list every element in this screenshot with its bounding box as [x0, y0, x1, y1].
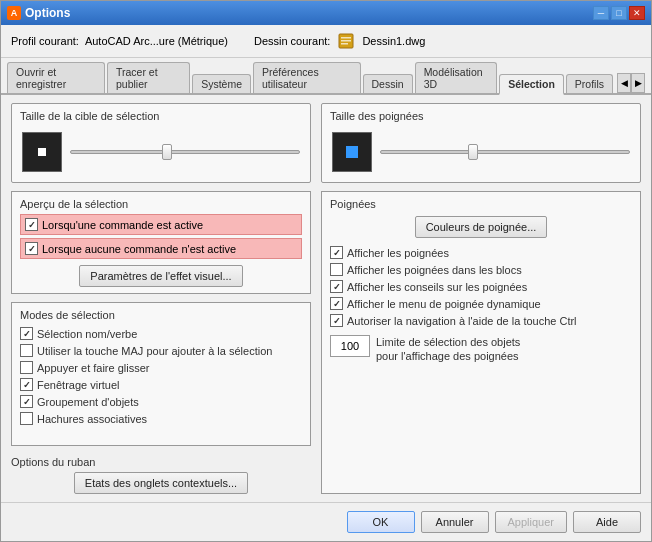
poignee-item-1: Afficher les poignées dans les blocs — [330, 261, 632, 278]
mode-item-0: Sélection nom/verbe — [20, 325, 302, 342]
poignees-slider-row — [330, 128, 632, 176]
right-panel: Taille des poignées Poignées Couleurs de… — [321, 103, 641, 494]
app-icon: A — [7, 6, 21, 20]
main-window: A Options ─ □ ✕ Profil courant: AutoCAD … — [0, 0, 652, 542]
close-button[interactable]: ✕ — [629, 6, 645, 20]
svg-rect-2 — [341, 40, 351, 42]
svg-rect-3 — [341, 43, 348, 45]
taille-slider-thumb[interactable] — [162, 144, 172, 160]
window-title: Options — [25, 6, 70, 20]
mode-checkbox-1[interactable] — [20, 344, 33, 357]
minimize-button[interactable]: ─ — [593, 6, 609, 20]
limit-input[interactable] — [330, 335, 370, 357]
poignee-checkbox-4[interactable] — [330, 314, 343, 327]
poignee-item-4: Autoriser la navigation à l'aide de la t… — [330, 312, 632, 329]
poignee-checkbox-0[interactable] — [330, 246, 343, 259]
taille-poignees-title: Taille des poignées — [330, 110, 632, 122]
main-content: Taille de la cible de sélection Aperçu d… — [1, 95, 651, 502]
mode-label-3: Fenêtrage virtuel — [37, 379, 120, 391]
apercu-title: Aperçu de la sélection — [20, 198, 302, 210]
mode-label-1: Utiliser la touche MAJ pour ajouter à la… — [37, 345, 272, 357]
tab-selection[interactable]: Sélection — [499, 74, 564, 95]
tab-preferences[interactable]: Préférences utilisateur — [253, 62, 361, 93]
poignees-preview-box — [332, 132, 372, 172]
poignees-section: Poignées Couleurs de poignée... Afficher… — [321, 191, 641, 494]
tab-prev-arrow[interactable]: ◀ — [617, 73, 631, 93]
taille-poignees-section: Taille des poignées — [321, 103, 641, 183]
parametres-visuel-button[interactable]: Paramètres de l'effet visuel... — [79, 265, 242, 287]
dessin-value: Dessin1.dwg — [362, 35, 425, 47]
window-controls: ─ □ ✕ — [593, 6, 645, 20]
poignee-label-0: Afficher les poignées — [347, 247, 449, 259]
mode-item-1: Utiliser la touche MAJ pour ajouter à la… — [20, 342, 302, 359]
options-section: Options du ruban Etats des onglets conte… — [11, 456, 311, 494]
etats-onglets-button[interactable]: Etats des onglets contextuels... — [74, 472, 248, 494]
poignee-label-3: Afficher le menu de poignée dynamique — [347, 298, 541, 310]
book-icon — [336, 31, 356, 51]
mode-label-2: Appuyer et faire glisser — [37, 362, 150, 374]
limit-row: Limite de sélection des objets pour l'af… — [330, 335, 632, 364]
dessin-label: Dessin courant: — [254, 35, 330, 47]
poignee-item-3: Afficher le menu de poignée dynamique — [330, 295, 632, 312]
mode-label-0: Sélection nom/verbe — [37, 328, 137, 340]
footer: OK Annuler Appliquer Aide — [1, 502, 651, 541]
taille-selection-section: Taille de la cible de sélection — [11, 103, 311, 183]
tabs-bar: Ouvrir et enregistrer Tracer et publier … — [1, 58, 651, 95]
mode-checkbox-5[interactable] — [20, 412, 33, 425]
tab-modelisation[interactable]: Modélisation 3D — [415, 62, 498, 93]
apercu-checkbox-1[interactable] — [25, 218, 38, 231]
mode-item-5: Hachures associatives — [20, 410, 302, 427]
tab-profils[interactable]: Profils — [566, 74, 613, 93]
couleurs-poignee-button[interactable]: Couleurs de poignée... — [415, 216, 548, 238]
appliquer-button[interactable]: Appliquer — [495, 511, 567, 533]
left-panel: Taille de la cible de sélection Aperçu d… — [11, 103, 311, 494]
title-bar: A Options ─ □ ✕ — [1, 1, 651, 25]
svg-rect-1 — [341, 37, 351, 39]
mode-item-3: Fenêtrage virtuel — [20, 376, 302, 393]
apercu-item-2: Lorsque aucune commande n'est active — [20, 238, 302, 259]
mode-label-4: Groupement d'objets — [37, 396, 139, 408]
taille-slider-row — [20, 128, 302, 176]
poignee-label-1: Afficher les poignées dans les blocs — [347, 264, 522, 276]
mode-checkbox-4[interactable] — [20, 395, 33, 408]
mode-checkbox-3[interactable] — [20, 378, 33, 391]
selection-preview-inner — [38, 148, 46, 156]
poignee-item-0: Afficher les poignées — [330, 244, 632, 261]
mode-item-4: Groupement d'objets — [20, 393, 302, 410]
poignee-checkbox-2[interactable] — [330, 280, 343, 293]
annuler-button[interactable]: Annuler — [421, 511, 489, 533]
poignees-title: Poignées — [330, 198, 632, 210]
modes-section: Modes de sélection Sélection nom/verbe U… — [11, 302, 311, 446]
selection-preview-box — [22, 132, 62, 172]
apercu-label-1: Lorsqu'une commande est active — [42, 219, 203, 231]
poignee-checkbox-3[interactable] — [330, 297, 343, 310]
apercu-item-1: Lorsqu'une commande est active — [20, 214, 302, 235]
taille-slider[interactable] — [70, 150, 300, 154]
poignees-preview-inner — [346, 146, 358, 158]
apercu-checkbox-2[interactable] — [25, 242, 38, 255]
poignees-slider-thumb[interactable] — [468, 144, 478, 160]
poignees-slider[interactable] — [380, 150, 630, 154]
taille-selection-title: Taille de la cible de sélection — [20, 110, 302, 122]
mode-label-5: Hachures associatives — [37, 413, 147, 425]
apercu-section: Aperçu de la sélection Lorsqu'une comman… — [11, 191, 311, 294]
poignee-checkbox-1[interactable] — [330, 263, 343, 276]
profil-label: Profil courant: — [11, 35, 79, 47]
aide-button[interactable]: Aide — [573, 511, 641, 533]
ok-button[interactable]: OK — [347, 511, 415, 533]
mode-checkbox-0[interactable] — [20, 327, 33, 340]
apercu-label-2: Lorsque aucune commande n'est active — [42, 243, 236, 255]
tab-ouvrir[interactable]: Ouvrir et enregistrer — [7, 62, 105, 93]
options-title: Options du ruban — [11, 456, 311, 468]
maximize-button[interactable]: □ — [611, 6, 627, 20]
tab-dessin[interactable]: Dessin — [363, 74, 413, 93]
profile-bar: Profil courant: AutoCAD Arc...ure (Métri… — [1, 25, 651, 58]
poignee-item-2: Afficher les conseils sur les poignées — [330, 278, 632, 295]
tab-tracer[interactable]: Tracer et publier — [107, 62, 190, 93]
tab-systeme[interactable]: Système — [192, 74, 251, 93]
mode-checkbox-2[interactable] — [20, 361, 33, 374]
tab-next-arrow[interactable]: ▶ — [631, 73, 645, 93]
modes-title: Modes de sélection — [20, 309, 302, 321]
limit-text: Limite de sélection des objets pour l'af… — [376, 335, 526, 364]
poignee-label-4: Autoriser la navigation à l'aide de la t… — [347, 315, 577, 327]
